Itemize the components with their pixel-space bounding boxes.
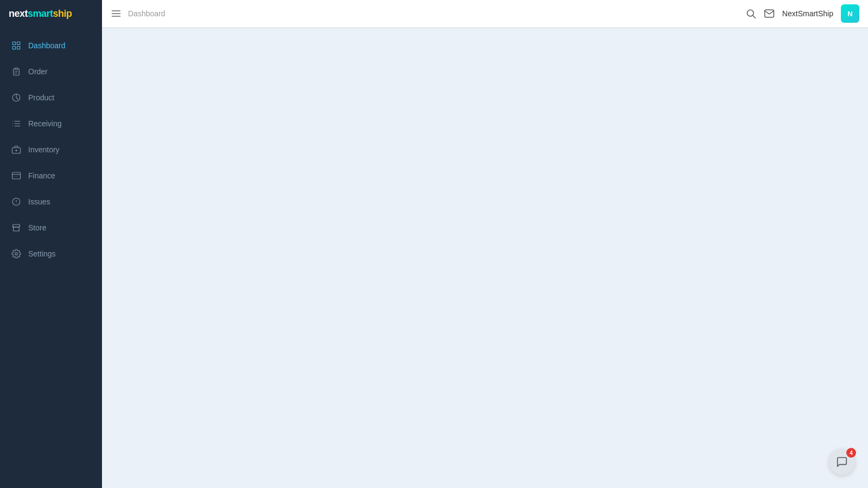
logo-smart: smart [28, 8, 53, 19]
store-icon [11, 222, 22, 233]
svg-rect-4 [15, 68, 18, 69]
sidebar-item-store-label: Store [28, 223, 46, 232]
sidebar-item-product-label: Product [28, 93, 54, 102]
main-wrapper: Dashboard NextSmartShip N [102, 0, 868, 488]
sidebar-item-order[interactable]: Order [0, 59, 102, 85]
svg-rect-0 [12, 42, 15, 44]
sidebar-item-product[interactable]: Product [0, 85, 102, 111]
svg-rect-17 [12, 172, 21, 179]
sidebar-item-dashboard-label: Dashboard [28, 41, 66, 50]
svg-rect-1 [17, 42, 20, 44]
sidebar-item-finance[interactable]: Finance [0, 163, 102, 189]
sidebar-item-settings[interactable]: Settings [0, 241, 102, 267]
sidebar-item-inventory[interactable]: Inventory [0, 137, 102, 163]
order-icon [11, 66, 22, 77]
sidebar-item-issues[interactable]: Issues [0, 189, 102, 215]
dashboard-icon [11, 40, 22, 51]
sidebar-item-finance-label: Finance [28, 171, 55, 180]
avatar[interactable]: N [841, 4, 859, 23]
username-label: NextSmartShip [782, 9, 833, 18]
sidebar-item-settings-label: Settings [28, 249, 56, 258]
topbar-right: NextSmartShip N [745, 4, 859, 23]
settings-icon [11, 248, 22, 259]
sidebar-item-receiving-label: Receiving [28, 119, 61, 128]
content-area [102, 27, 868, 488]
inventory-icon [11, 144, 22, 155]
issues-icon [11, 196, 22, 207]
sidebar: nextsmartship Dashboard Order Product [0, 0, 102, 488]
svg-rect-3 [17, 47, 20, 49]
receiving-icon [11, 118, 22, 129]
sidebar-item-receiving[interactable]: Receiving [0, 111, 102, 137]
search-button[interactable] [745, 8, 756, 19]
finance-icon [11, 170, 22, 181]
logo-ship: ship [53, 8, 72, 19]
nav-items: Dashboard Order Product Receiving [0, 27, 102, 272]
svg-point-24 [15, 253, 18, 255]
chat-badge: 4 [846, 448, 856, 458]
sidebar-item-dashboard[interactable]: Dashboard [0, 33, 102, 59]
svg-line-29 [753, 16, 756, 18]
sidebar-item-order-label: Order [28, 67, 48, 76]
sidebar-item-issues-label: Issues [28, 197, 50, 206]
product-icon [11, 92, 22, 103]
topbar: Dashboard NextSmartShip N [102, 0, 868, 27]
sidebar-item-store[interactable]: Store [0, 215, 102, 241]
svg-rect-2 [12, 47, 15, 49]
menu-toggle-button[interactable] [111, 8, 122, 19]
chat-widget[interactable]: 4 [829, 449, 855, 475]
sidebar-item-inventory-label: Inventory [28, 145, 60, 154]
logo: nextsmartship [0, 0, 102, 27]
logo-next: next [9, 8, 28, 19]
topbar-title: Dashboard [128, 9, 739, 18]
mail-button[interactable] [764, 8, 775, 19]
